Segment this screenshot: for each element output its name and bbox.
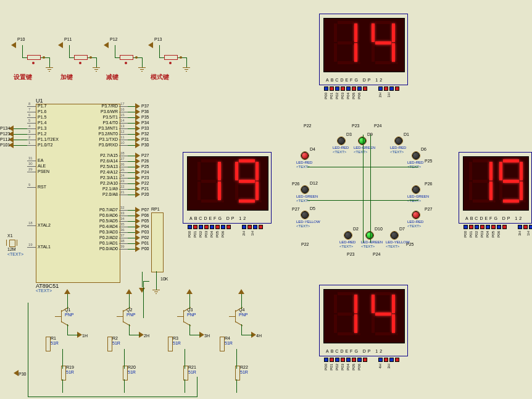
segment-b: [392, 23, 395, 42]
mcu-pin: [119, 216, 128, 216]
terminal-icon: [135, 142, 140, 148]
pin-pad: [210, 225, 214, 229]
net-label: P04: [346, 93, 350, 99]
pnp-transistor[interactable]: [229, 308, 246, 325]
net-label: P23: [141, 175, 149, 180]
led-led-red[interactable]: [344, 232, 352, 239]
pnp-transistor[interactable]: [177, 308, 194, 325]
led-type: LED-GREEN: [296, 195, 318, 198]
pnp-transistor[interactable]: [117, 308, 134, 325]
led-led-yellow[interactable]: [301, 211, 309, 219]
pin-number: 13: [120, 124, 125, 128]
terminal-icon: [11, 42, 16, 48]
segment-b: [218, 162, 221, 180]
net-label: P00: [141, 246, 149, 251]
resistor[interactable]: [220, 337, 225, 351]
pin-number: 7: [28, 107, 30, 111]
net-label: P06: [357, 364, 361, 371]
wire: [128, 123, 135, 124]
pin-pad: [188, 225, 192, 229]
resistor[interactable]: [46, 337, 51, 351]
resistor-ref: R2: [112, 336, 118, 340]
pin-number: 25: [120, 168, 125, 172]
resistor[interactable]: [107, 337, 112, 351]
push-button[interactable]: [120, 55, 133, 60]
terminal-icon: [104, 42, 109, 48]
gnd-icon: [93, 67, 100, 72]
push-button[interactable]: [27, 55, 41, 60]
pin-pad-row: [378, 86, 399, 91]
seven-seg-display[interactable]: [323, 18, 405, 72]
wire: [142, 57, 143, 67]
pin-number: 33: [120, 211, 125, 215]
pin-number: 10: [120, 141, 125, 145]
resistor-value: 51R: [188, 370, 196, 374]
pin-pad: [389, 358, 394, 362]
seven-seg-display[interactable]: [187, 156, 268, 211]
pin-name: P3.1/TXD: [88, 137, 118, 141]
pin-name: P3.6/WR: [88, 109, 118, 114]
seven-seg-display[interactable]: [323, 289, 405, 343]
pin-name: P0.0/AD0: [88, 246, 118, 251]
pin-pad: [363, 86, 367, 91]
wire: [189, 324, 190, 335]
net-label: 2H: [242, 231, 246, 236]
led-led-red[interactable]: [412, 211, 420, 219]
text-tag: <TEXT>: [390, 150, 404, 154]
pin-number: 12: [120, 130, 125, 133]
segment-c: [489, 182, 493, 200]
pin-name: P1.1/T2EX: [38, 137, 59, 141]
pin-name: P2.3/A11: [88, 175, 118, 180]
pin-name: P2.7/A15: [88, 153, 118, 158]
led-ref: D5: [310, 206, 315, 211]
button-label: 设置键: [14, 73, 32, 82]
wire: [128, 140, 135, 140]
pin-pad: [480, 225, 484, 229]
led-led-red[interactable]: [338, 137, 345, 145]
led-led-red[interactable]: [301, 152, 309, 159]
wire: [128, 117, 135, 118]
net-label: P35: [141, 115, 149, 119]
pin-pad-row: [324, 86, 367, 91]
pin-pad: [324, 358, 328, 362]
segment-a: [338, 292, 354, 295]
led-led-green[interactable]: [359, 137, 366, 145]
segment-c: [354, 43, 357, 62]
segment-f: [235, 162, 238, 180]
power-icon: [139, 288, 145, 293]
seven-seg-display[interactable]: [463, 156, 529, 211]
resistor[interactable]: [168, 337, 173, 351]
wire: [128, 178, 135, 178]
pnp-transistor[interactable]: [55, 308, 72, 325]
wire: [124, 379, 125, 393]
wire: [156, 271, 157, 290]
seven-seg-frame: ABCDEFG DP 12: [319, 285, 408, 356]
led-led-green[interactable]: [412, 186, 420, 193]
mcu-pin: [27, 161, 36, 161]
rp-resistor-pack[interactable]: [151, 212, 164, 272]
segment-dp: [358, 62, 360, 64]
pin-pad: [204, 225, 209, 229]
led-led-green[interactable]: [366, 232, 373, 239]
wire: [128, 189, 135, 190]
push-button[interactable]: [164, 55, 178, 60]
led-ref: D1: [404, 132, 409, 136]
net-label: P26: [425, 182, 432, 186]
net-label: P20: [141, 192, 149, 196]
pin-number: 38: [120, 239, 125, 243]
button-actuator-icon: [135, 56, 138, 59]
push-button[interactable]: [74, 55, 88, 60]
button-actuator-icon: [89, 56, 92, 59]
led-led-red[interactable]: [412, 152, 420, 159]
resistor-ref: R4: [225, 336, 230, 340]
wire: [241, 324, 242, 335]
led-led-green[interactable]: [301, 186, 309, 193]
pin-name: P3.2/INT0: [88, 132, 118, 136]
segment-c: [392, 43, 395, 62]
mcu-pin: [119, 117, 128, 118]
led-led-yellow[interactable]: [391, 232, 398, 239]
wire: [189, 335, 201, 335]
button-label: 减键: [106, 73, 118, 82]
led-led-red[interactable]: [395, 137, 402, 145]
segment-a: [375, 21, 391, 24]
